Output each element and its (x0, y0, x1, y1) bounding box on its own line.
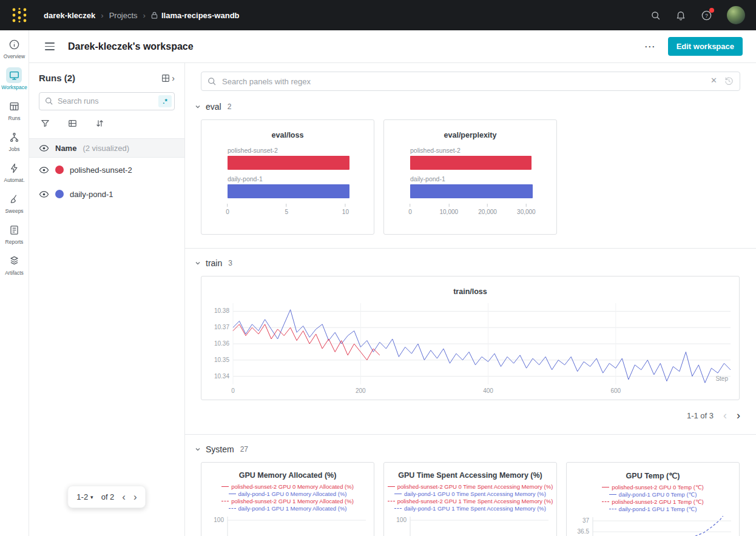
run-name[interactable]: daily-pond-1 (70, 190, 113, 199)
breadcrumb-project-name: llama-recipes-wandb (161, 11, 240, 20)
visibility-eye-icon[interactable] (39, 165, 49, 175)
prev-page-button[interactable]: ‹ (122, 492, 126, 502)
search-icon (44, 96, 53, 108)
section-eval-header[interactable]: eval 2 (195, 102, 740, 112)
legend-item[interactable]: polished-sunset-2 GPU 1 Temp (℃) (567, 498, 739, 505)
next-page-button[interactable]: › (133, 492, 137, 502)
visibility-eye-icon[interactable] (39, 143, 49, 153)
sort-icon[interactable] (95, 118, 105, 129)
sidebar-item-workspace[interactable]: Workspace (1, 67, 27, 90)
axis-tick-label: 20,000 (478, 209, 497, 215)
layers-icon (6, 253, 22, 269)
run-row[interactable]: daily-pond-1 (29, 182, 184, 206)
sidebar-label: Runs (8, 115, 21, 121)
next-panel-page-button[interactable]: › (737, 410, 740, 421)
section-train-header[interactable]: train 3 (195, 258, 740, 268)
more-options-icon[interactable]: ⋯ (644, 40, 656, 53)
prev-panel-page-button[interactable]: ‹ (723, 410, 727, 421)
panel-gpu-memory[interactable]: GPU Memory Allocated (%) polished-sunset… (201, 462, 374, 536)
hamburger-menu-icon[interactable] (45, 42, 55, 50)
train-loss-plot[interactable]: 10.3410.3510.3610.3710.380200400600Step (201, 298, 739, 400)
legend-line-icon (609, 494, 616, 495)
wandb-app: darek-kleczek › Projects › llama-recipes… (0, 0, 756, 536)
legend-item[interactable]: polished-sunset-2 GPU 1 Memory Allocated… (201, 497, 374, 504)
svg-text:200: 200 (356, 387, 366, 394)
page-of-label: of 2 (101, 492, 115, 501)
runs-toolbar (40, 118, 174, 129)
legend-item[interactable]: daily-pond-1 GPU 0 Temp (℃) (567, 491, 739, 498)
run-row[interactable]: polished-sunset-2 (29, 158, 184, 182)
group-runs-icon[interactable] (67, 118, 78, 129)
legend-item[interactable]: polished-sunset-2 GPU 1 Time Spent Acces… (384, 497, 556, 504)
sidebar-item-sweeps[interactable]: Sweeps (5, 191, 23, 214)
edit-workspace-button[interactable]: Edit workspace (668, 37, 743, 56)
svg-text:100: 100 (396, 517, 407, 523)
system-plot[interactable]: 100 (392, 515, 548, 536)
legend-item[interactable]: polished-sunset-2 GPU 0 Temp (℃) (567, 483, 739, 491)
sidebar-item-automations[interactable]: Automat. (4, 160, 24, 183)
visibility-eye-icon[interactable] (39, 189, 49, 199)
legend-item[interactable]: daily-pond-1 GPU 1 Memory Allocated (%) (201, 504, 374, 512)
section-train: train 3 train/loss 10.3410.3510.3610.371… (185, 248, 756, 434)
x-axis: 010,00020,00030,000 (410, 204, 536, 219)
search-icon[interactable] (650, 10, 661, 21)
regex-toggle[interactable]: .* (158, 95, 172, 107)
legend-line-icon (602, 487, 609, 487)
legend-item[interactable]: daily-pond-1 GPU 1 Temp (℃) (567, 505, 739, 512)
run-name[interactable]: polished-sunset-2 (70, 166, 132, 175)
help-icon[interactable]: ? (701, 10, 712, 21)
system-plot[interactable]: 100 (209, 515, 366, 536)
chart-title: eval/loss (201, 131, 374, 139)
notifications-bell-icon[interactable] (675, 10, 686, 21)
sidebar-item-artifacts[interactable]: Artifacts (5, 253, 24, 276)
breadcrumb-user[interactable]: darek-kleczek (44, 11, 95, 20)
sidebar-item-jobs[interactable]: Jobs (7, 129, 22, 152)
panel-train-loss[interactable]: train/loss 10.3410.3510.3610.3710.380200… (201, 276, 740, 400)
runs-table-expand-button[interactable]: › (161, 73, 175, 83)
workspace-monitor-icon (6, 67, 22, 83)
bar-chart: polished-sunset-2daily-pond-10510 (201, 139, 374, 219)
chevron-down-icon (195, 260, 201, 266)
broom-icon (7, 191, 22, 207)
breadcrumb-project[interactable]: llama-recipes-wandb (151, 11, 240, 20)
clear-search-icon[interactable]: ✕ (710, 76, 717, 85)
bar[interactable] (228, 156, 349, 170)
search-panels-input[interactable] (201, 72, 740, 91)
panel-eval-perplexity[interactable]: eval/perplexity polished-sunset-2daily-p… (383, 119, 557, 235)
bar[interactable] (410, 156, 532, 170)
sidebar-item-runs[interactable]: Runs (7, 98, 22, 121)
bar[interactable] (410, 184, 533, 198)
system-plot[interactable]: 3736.5 (575, 516, 731, 536)
panel-eval-loss[interactable]: eval/loss polished-sunset-2daily-pond-10… (201, 119, 374, 235)
legend-item[interactable]: daily-pond-1 GPU 1 Time Spent Accessing … (384, 504, 556, 512)
runs-list: polished-sunset-2daily-pond-1 (29, 158, 184, 206)
x-axis: 0510 (228, 204, 354, 219)
legend-item[interactable]: daily-pond-1 GPU 0 Memory Allocated (%) (201, 490, 374, 497)
filter-funnel-icon[interactable] (40, 118, 50, 129)
sidebar-label: Overview (4, 53, 25, 59)
sidebar-item-overview[interactable]: Overview (4, 36, 25, 59)
sidebar-label: Automat. (4, 177, 24, 183)
page-range: 1-2 (76, 492, 88, 501)
name-column-header: Name (55, 144, 76, 153)
sidebar-label: Artifacts (5, 270, 24, 276)
sidebar-item-reports[interactable]: Reports (5, 222, 24, 245)
user-avatar[interactable] (727, 6, 745, 24)
caret-down-icon: ▾ (90, 494, 93, 500)
breadcrumb-projects[interactable]: Projects (109, 11, 138, 20)
search-runs-input[interactable] (39, 92, 175, 110)
wandb-logo-icon[interactable] (11, 7, 28, 23)
bar[interactable] (228, 184, 349, 198)
runs-table-header[interactable]: Name (2 visualized) (29, 138, 184, 158)
chevron-down-icon (195, 104, 201, 110)
svg-text:400: 400 (483, 387, 493, 394)
legend-item[interactable]: daily-pond-1 GPU 0 Time Spent Accessing … (384, 490, 556, 497)
page-size-dropdown[interactable]: 1-2 ▾ (76, 492, 93, 501)
panel-gpu-time[interactable]: GPU Time Spent Accessing Memory (%) poli… (383, 462, 557, 536)
legend-item[interactable]: polished-sunset-2 GPU 0 Time Spent Acces… (384, 483, 556, 490)
section-system-header[interactable]: System 27 (195, 444, 740, 454)
panel-gpu-temp[interactable]: GPU Temp (℃) polished-sunset-2 GPU 0 Tem… (566, 462, 740, 536)
history-icon[interactable] (724, 76, 734, 89)
sidebar-label: Workspace (1, 84, 27, 90)
legend-item[interactable]: polished-sunset-2 GPU 0 Memory Allocated… (201, 483, 374, 490)
